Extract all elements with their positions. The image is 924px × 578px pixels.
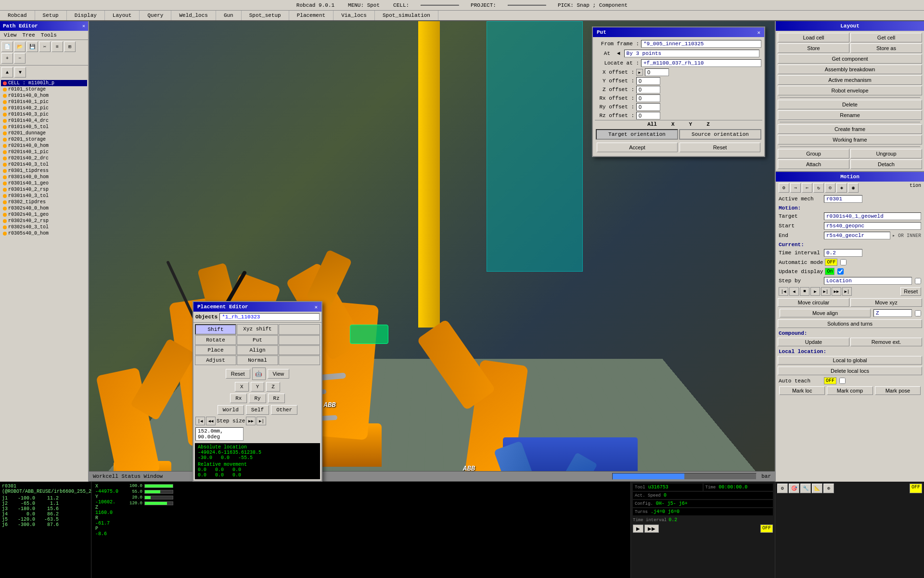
menu-gun[interactable]: Gun (216, 11, 242, 20)
path-editor-close[interactable]: ✕ (82, 23, 85, 29)
placement-rx-btn[interactable]: Rx (230, 394, 247, 403)
motion-update-check[interactable] (837, 268, 844, 275)
motion-stepby-value[interactable]: Location (824, 277, 912, 285)
layout-btn-rename[interactable]: Rename (778, 110, 922, 120)
motion-move-xyz[interactable]: Move xyz (850, 298, 922, 307)
placement-rz-btn[interactable]: Rz (268, 394, 285, 403)
motion-tool-1[interactable]: ⚙ (779, 183, 789, 193)
put-x-arrow[interactable]: ▶ (636, 69, 643, 76)
motion-mark-loc-btn[interactable]: Mark loc (779, 386, 825, 395)
menu-spot-simulation[interactable]: Spot_simulation (375, 11, 438, 20)
tool-cut[interactable]: ✂ (39, 41, 51, 52)
placement-y-btn[interactable]: Y (251, 382, 265, 392)
tree-item-20[interactable]: r0302s40_1_geo (1, 211, 87, 218)
placement-icon-robot[interactable]: 🤖 (252, 368, 266, 380)
tree-item-14[interactable]: r0301s40_0_hom (1, 174, 87, 180)
put-rz-offset-input[interactable] (636, 112, 660, 119)
put-from-frame-value[interactable]: *9_005_inner_110325 (641, 40, 761, 48)
placement-adjust[interactable]: Adjust (195, 355, 236, 365)
motion-move-circular[interactable]: Move circular (778, 298, 849, 307)
put-ry-offset-input[interactable] (636, 103, 660, 111)
layout-btn-create-frame[interactable]: Create frame (778, 124, 922, 134)
motion-tool-4[interactable]: ↻ (813, 183, 824, 193)
tree-item-19[interactable]: r0302s40_0_hom (1, 205, 87, 211)
tool-open[interactable]: 📂 (14, 41, 26, 52)
motion-tool-2[interactable]: ⇒ (790, 183, 801, 193)
path-menu-view[interactable]: View (2, 32, 18, 39)
menu-layout[interactable]: Layout (105, 11, 140, 20)
tree-item-6[interactable]: r0101s40_5_tol (1, 124, 87, 130)
placement-normal[interactable]: Normal (237, 355, 278, 365)
layout-btn-group[interactable]: Group (778, 149, 849, 158)
motion-tool-6[interactable]: ◈ (836, 183, 847, 193)
menu-placement[interactable]: Placement (289, 11, 334, 20)
layout-btn-store[interactable]: Store (778, 43, 849, 53)
placement-align[interactable]: Align (237, 345, 278, 355)
put-locate-value[interactable]: +f_m1100_037_rh_110 (641, 59, 761, 67)
tree-item-22[interactable]: r0302s40_3_tol (1, 224, 87, 230)
placement-close[interactable]: ✕ (314, 304, 318, 310)
cell-value[interactable] (421, 5, 459, 6)
placement-step-end[interactable]: ▶| (257, 417, 266, 425)
tree-cell-item[interactable]: CELL : m1100lh_p (1, 80, 87, 86)
br-icon-1[interactable]: ⚙ (777, 484, 788, 493)
motion-reset-btn[interactable]: Reset (900, 287, 921, 296)
tree-item-18[interactable]: r0302_tipdres (1, 199, 87, 205)
motion-tool-5[interactable]: ⊙ (825, 183, 835, 193)
tree-item-23[interactable]: r0305s40_0_hom (1, 230, 87, 236)
tool-new[interactable]: 📄 (1, 41, 13, 52)
tree-item-13[interactable]: r0301_tipdress (1, 168, 87, 174)
menu-query[interactable]: Query (140, 11, 171, 20)
put-z-offset-input[interactable] (636, 86, 660, 93)
br-icon-2[interactable]: 🎯 (789, 484, 799, 493)
tree-item-8[interactable]: r0201_storage (1, 136, 87, 143)
br-btn-1[interactable]: ▶ (633, 525, 643, 533)
tree-item-9[interactable]: r0201s40_0_hom (1, 143, 87, 149)
auto-teach-check[interactable] (839, 378, 846, 384)
motion-tool-7[interactable]: ◉ (848, 183, 859, 193)
placement-play-back2[interactable]: ◀◀ (206, 417, 216, 425)
menu-via-locs[interactable]: Via_locs (334, 11, 375, 20)
layout-btn-active-mech[interactable]: Active mechanism (778, 75, 922, 85)
tool-up[interactable]: ▲ (1, 67, 13, 78)
motion-tool-3[interactable]: ⇐ (802, 183, 812, 193)
motion-solutions-btn[interactable]: Solutions and turns (778, 319, 922, 328)
layout-btn-delete[interactable]: Delete (778, 100, 922, 109)
tree-item-2[interactable]: r0101s40_1_pic (1, 99, 87, 105)
placement-world-btn[interactable]: World (218, 405, 244, 415)
layout-btn-get-component[interactable]: Get component (778, 54, 922, 64)
menu-robcad[interactable]: Robcad (0, 11, 35, 20)
play-btn-end[interactable]: ▶| (842, 287, 852, 296)
tree-item-17[interactable]: r0301s40_3_tol (1, 193, 87, 199)
put-y-offset-input[interactable] (636, 77, 660, 85)
tree-item-0[interactable]: r0101_storage (1, 86, 87, 92)
placement-objects-value[interactable]: *1_rh_110323 (219, 313, 320, 321)
placement-step-value[interactable]: 152.0mm, 90.0deg (195, 427, 244, 441)
motion-mark-comp-btn[interactable]: Mark comp (827, 386, 873, 395)
br-icon-4[interactable]: 📐 (812, 484, 822, 493)
layout-btn-load-cell[interactable]: Load cell (778, 33, 849, 42)
put-dialog-close[interactable]: ✕ (757, 29, 760, 36)
motion-mark-pose-btn[interactable]: Mark pose (875, 386, 921, 395)
layout-btn-assembly[interactable]: Assembly breakdown (778, 65, 922, 74)
placement-rotate[interactable]: Rotate (195, 335, 236, 345)
play-btn-step-back[interactable]: ◀ (789, 287, 799, 296)
placement-step-fwd[interactable]: ▶▶ (246, 417, 256, 425)
placement-self-btn[interactable]: Self (246, 405, 269, 415)
motion-remove-ext-btn[interactable]: Remove ext. (850, 338, 922, 346)
tree-item-5[interactable]: r0101s40_4_drc (1, 118, 87, 124)
tree-item-1[interactable]: r0101s40_0_hom (1, 92, 87, 99)
tree-item-10[interactable]: r0201s40_1_pic (1, 149, 87, 155)
active-mech-value[interactable]: r0301 (824, 195, 862, 203)
tool-save[interactable]: 💾 (26, 41, 38, 52)
placement-ry-btn[interactable]: Ry (249, 394, 266, 403)
put-target-orient-btn[interactable]: Target orientation (596, 129, 678, 140)
put-x-offset-input[interactable] (645, 68, 669, 76)
menu-display[interactable]: Display (67, 11, 105, 20)
play-btn-step-fwd[interactable]: ▶| (821, 287, 831, 296)
placement-xyz-shift[interactable]: Xyz shift (237, 324, 278, 335)
layout-btn-detach[interactable]: Detach (850, 159, 922, 169)
placement-x-btn[interactable]: X (235, 382, 249, 392)
tree-item-16[interactable]: r0301s40_2_rsp (1, 186, 87, 193)
menu-setup[interactable]: Setup (35, 11, 67, 20)
